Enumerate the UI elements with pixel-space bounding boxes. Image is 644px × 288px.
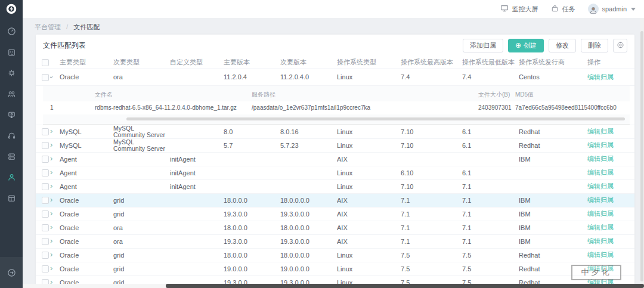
- row-checkbox[interactable]: [42, 238, 49, 245]
- edit-attribution-link[interactable]: 编辑归属: [587, 73, 614, 80]
- md5-value: 7a7ed66c5a95498eed8115400ffcc6b0: [515, 104, 630, 111]
- edit-attribution-link[interactable]: 编辑归属: [587, 155, 614, 162]
- user-monitor-icon[interactable]: [4, 170, 18, 184]
- logout-icon[interactable]: [0, 257, 23, 288]
- edit-attribution-link[interactable]: 编辑归属: [587, 169, 614, 176]
- cell-os-type: Linux: [337, 69, 401, 85]
- expand-toggle-icon[interactable]: ›: [50, 140, 52, 149]
- delete-button[interactable]: 删除: [581, 39, 608, 52]
- column-header: 主要版本: [224, 56, 280, 69]
- table-row: ›AgentinitAgentAIXIBM编辑归属: [36, 152, 634, 166]
- dashboard-icon[interactable]: [4, 24, 18, 38]
- cell-os-type: Linux: [337, 179, 401, 193]
- cell-secondary-type: grid: [113, 248, 170, 262]
- add-attribution-button[interactable]: 添加归属: [463, 39, 503, 52]
- user-menu[interactable]: spadmin: [588, 4, 636, 14]
- expand-toggle-icon[interactable]: ›: [50, 250, 52, 259]
- cell-secondary-version: 18.0.0.0.0: [280, 193, 337, 207]
- cell-os-max-version: 7.5: [401, 248, 462, 262]
- edit-attribution-link[interactable]: 编辑归属: [587, 128, 614, 135]
- cell-primary-version: [224, 166, 280, 179]
- table-row: ›Oracleora18.0.0.018.0.0.0.0AIX7.17.1IBM…: [36, 221, 634, 234]
- expand-toggle-icon[interactable]: ›: [50, 126, 52, 135]
- expand-toggle-icon[interactable]: ›: [50, 209, 52, 218]
- cell-os-type: Linux: [337, 166, 401, 179]
- row-checkbox[interactable]: [42, 74, 49, 81]
- horizontal-scrollbar[interactable]: [23, 284, 644, 288]
- cell-secondary-version: 8.0.16: [280, 125, 337, 138]
- cell-secondary-version: 19.0.0.0.0: [280, 262, 337, 275]
- cell-os-type: Linux: [337, 138, 401, 152]
- cell-custom-type: [170, 125, 224, 138]
- cell-secondary-version: 18.0.0.0.0: [280, 221, 337, 234]
- row-checkbox[interactable]: [42, 183, 49, 190]
- cell-primary-version: [224, 152, 280, 166]
- table-row: ›Oraclegrid18.0.0.018.0.0.0.0AIX7.17.1IB…: [36, 193, 634, 207]
- sidebar: [0, 0, 23, 288]
- cell-os-max-version: 7.4: [401, 69, 462, 85]
- vertical-scrollbar[interactable]: [640, 18, 644, 284]
- row-checkbox[interactable]: [42, 156, 49, 163]
- expand-toggle-icon[interactable]: ›: [50, 236, 52, 245]
- headset-icon[interactable]: [4, 128, 18, 143]
- edit-attribution-link[interactable]: 编辑归属: [587, 224, 614, 231]
- sub-row-index: 1: [43, 104, 95, 111]
- expand-toggle-icon[interactable]: ›: [50, 154, 52, 163]
- cell-os-min-version: 7.5: [462, 248, 519, 262]
- row-checkbox[interactable]: [42, 197, 49, 204]
- sub-table-scrollbar[interactable]: [126, 117, 625, 120]
- breadcrumb-parent[interactable]: 平台管理: [35, 23, 61, 30]
- file-name-value: rdbms-redhat-6.5-x86_64-11.2.0.4.0-dbhom…: [95, 104, 252, 111]
- row-checkbox[interactable]: [42, 210, 49, 218]
- modify-button[interactable]: 修改: [549, 39, 576, 52]
- file-size-value: 2403907301: [478, 104, 515, 111]
- md5-header: MD5值: [515, 91, 630, 99]
- column-header: 次要类型: [113, 56, 170, 69]
- cell-secondary-type: ora: [113, 234, 170, 248]
- row-checkbox[interactable]: [42, 128, 49, 135]
- task-button[interactable]: 任务: [551, 5, 575, 14]
- cell-primary-type: Oracle: [60, 248, 113, 262]
- service-path-value: /paasdata/o_1e2vr637p1mfs1ail1p9ccrec7ka: [252, 104, 478, 111]
- edit-attribution-link[interactable]: 编辑归属: [587, 237, 614, 244]
- edit-attribution-link[interactable]: 编辑归属: [587, 196, 614, 203]
- row-checkbox[interactable]: [42, 142, 49, 149]
- cell-primary-type: MySQL: [60, 125, 113, 138]
- cell-secondary-version: 5.7.23: [280, 138, 337, 152]
- data-table-icon[interactable]: [4, 191, 18, 205]
- edit-attribution-link[interactable]: 编辑归属: [587, 251, 614, 258]
- row-checkbox[interactable]: [42, 265, 49, 272]
- horizontal-scrollbar-thumb[interactable]: [166, 284, 644, 288]
- building-icon[interactable]: [4, 45, 18, 59]
- gear-users-icon[interactable]: [4, 66, 18, 80]
- expand-toggle-icon[interactable]: ›: [50, 264, 52, 272]
- cell-secondary-type: MySQL Community Server: [113, 138, 170, 152]
- expand-toggle-icon[interactable]: ›: [50, 181, 52, 190]
- create-button[interactable]: ⊕ 创建: [508, 39, 544, 52]
- service-path-header: 服务路径: [252, 91, 478, 99]
- monitor-icon: [500, 4, 509, 14]
- row-checkbox[interactable]: [42, 169, 49, 176]
- expand-toggle-icon[interactable]: ›: [50, 168, 52, 176]
- edit-attribution-link[interactable]: 编辑归属: [587, 141, 614, 148]
- vertical-scrollbar-thumb[interactable]: [640, 31, 643, 281]
- select-all-checkbox[interactable]: [42, 59, 49, 66]
- file-match-card: 文件匹配列表 添加归属 ⊕ 创建 修改 删除 主要: [36, 35, 634, 288]
- settings-button[interactable]: [613, 39, 627, 52]
- host-icon[interactable]: [4, 107, 18, 122]
- table-row: ›MySQLMySQL Community Server8.08.0.16Lin…: [36, 125, 634, 138]
- server-list-icon[interactable]: [4, 149, 18, 163]
- cell-os-min-version: 7.1: [462, 234, 519, 248]
- team-icon[interactable]: [4, 86, 18, 101]
- expand-toggle-icon[interactable]: ›: [50, 195, 52, 204]
- expand-toggle-icon[interactable]: ›: [50, 222, 52, 231]
- edit-attribution-link[interactable]: 编辑归属: [587, 182, 614, 190]
- row-checkbox[interactable]: [42, 252, 49, 259]
- cell-primary-version: 19.3.0.0: [224, 234, 280, 248]
- expand-toggle-icon[interactable]: ›: [50, 76, 56, 78]
- table-row: ›MySQLMySQL Community Server5.75.7.23Lin…: [36, 138, 634, 152]
- edit-attribution-link[interactable]: 编辑归属: [587, 210, 614, 217]
- cell-primary-version: 19.3.0.0: [224, 207, 280, 221]
- row-checkbox[interactable]: [42, 224, 49, 231]
- monitor-screen-button[interactable]: 监控大屏: [500, 4, 538, 14]
